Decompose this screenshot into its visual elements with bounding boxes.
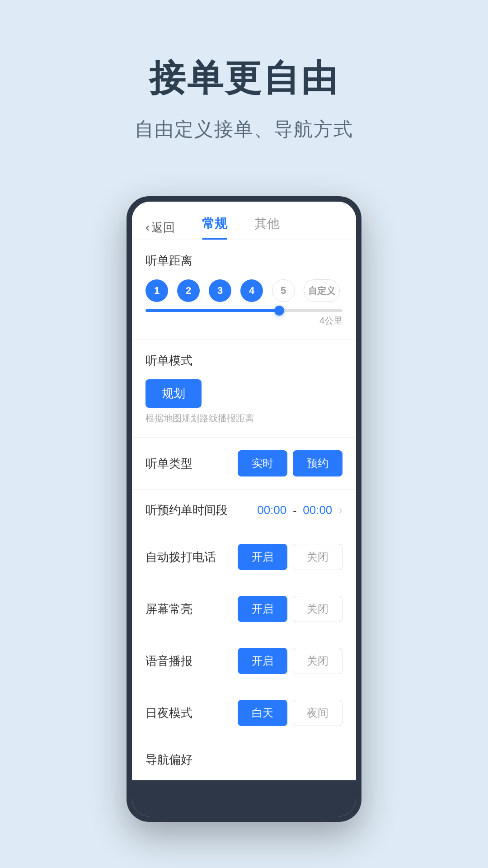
- order-type-toggle-group: 实时 预约: [238, 450, 343, 476]
- time-section[interactable]: 听预约单时间段 00:00 - 00:00 ›: [132, 490, 356, 531]
- screen-on-section: 屏幕常亮 开启 关闭: [132, 583, 356, 635]
- voice-toggle-group: 开启 关闭: [238, 648, 343, 674]
- page-subtitle: 自由定义接单、导航方式: [0, 117, 488, 142]
- auto-call-section: 自动拨打电话 开启 关闭: [132, 531, 356, 583]
- mode-hint: 根据地图规划路线播报距离: [145, 412, 343, 425]
- order-type-label: 听单类型: [145, 456, 192, 472]
- slider-thumb[interactable]: [274, 306, 284, 316]
- nav-pref-section[interactable]: 导航偏好: [132, 739, 356, 780]
- voice-off-btn[interactable]: 关闭: [293, 648, 343, 674]
- mode-title: 听单模式: [145, 353, 343, 368]
- screen-on-label: 屏幕常亮: [145, 601, 192, 617]
- voice-label: 语音播报: [145, 653, 192, 669]
- mode-section: 听单模式 规划 根据地图规划路线播报距离: [132, 340, 356, 438]
- slider-track: [145, 309, 343, 312]
- tab-other[interactable]: 其他: [254, 215, 280, 240]
- time-value[interactable]: 00:00 - 00:00 ›: [257, 503, 343, 517]
- slider-value-label: 4公里: [145, 315, 343, 327]
- distance-btn-3[interactable]: 3: [209, 279, 231, 302]
- day-night-toggle-group: 白天 夜间: [238, 700, 343, 726]
- order-type-realtime-btn[interactable]: 实时: [238, 450, 287, 476]
- day-night-label: 日夜模式: [145, 705, 192, 721]
- phone-bottom-bar: [132, 780, 356, 816]
- nav-pref-label: 导航偏好: [145, 752, 192, 768]
- distance-btn-1[interactable]: 1: [145, 279, 168, 302]
- auto-call-off-btn[interactable]: 关闭: [293, 544, 343, 570]
- nav-tabs: 常规 其他: [175, 215, 306, 240]
- auto-call-on-btn[interactable]: 开启: [238, 544, 287, 570]
- screen-on-on-btn[interactable]: 开启: [238, 596, 287, 622]
- time-start: 00:00: [257, 503, 286, 517]
- phone-frame: ‹ 返回 常规 其他 听单距离: [127, 196, 361, 822]
- phone-mockup: ‹ 返回 常规 其他 听单距离: [127, 196, 361, 822]
- time-label: 听预约单时间段: [145, 502, 228, 518]
- screen-on-toggle-group: 开启 关闭: [238, 596, 343, 622]
- time-chevron-icon: ›: [338, 503, 343, 517]
- time-separator: -: [293, 504, 296, 517]
- order-type-section: 听单类型 实时 预约: [132, 438, 356, 490]
- distance-section: 听单距离 1 2 3 4 5 自定义: [132, 240, 356, 340]
- slider-fill: [145, 309, 279, 312]
- mode-btn-plan[interactable]: 规划: [145, 379, 202, 408]
- day-night-night-btn[interactable]: 夜间: [293, 700, 343, 726]
- day-night-day-btn[interactable]: 白天: [238, 700, 287, 726]
- distance-btn-custom[interactable]: 自定义: [304, 279, 340, 302]
- distance-slider[interactable]: [145, 309, 343, 312]
- distance-btn-5[interactable]: 5: [272, 279, 295, 302]
- distance-options: 1 2 3 4 5 自定义: [145, 279, 343, 302]
- voice-section: 语音播报 开启 关闭: [132, 635, 356, 687]
- page-header: 接单更自由 自由定义接单、导航方式: [0, 0, 488, 169]
- distance-btn-2[interactable]: 2: [177, 279, 200, 302]
- nav-back-button[interactable]: ‹ 返回: [145, 220, 175, 236]
- nav-bar: ‹ 返回 常规 其他: [132, 202, 356, 240]
- order-type-schedule-btn[interactable]: 预约: [293, 450, 343, 476]
- time-end: 00:00: [303, 503, 332, 517]
- screen-on-off-btn[interactable]: 关闭: [293, 596, 343, 622]
- nav-back-label: 返回: [151, 220, 175, 236]
- auto-call-toggle-group: 开启 关闭: [238, 544, 343, 570]
- auto-call-label: 自动拨打电话: [145, 549, 216, 565]
- page-title: 接单更自由: [0, 54, 488, 103]
- day-night-section: 日夜模式 白天 夜间: [132, 687, 356, 739]
- chevron-left-icon: ‹: [145, 220, 150, 235]
- distance-btn-4[interactable]: 4: [240, 279, 263, 302]
- tab-normal[interactable]: 常规: [202, 215, 227, 240]
- phone-screen: ‹ 返回 常规 其他 听单距离: [132, 202, 356, 816]
- voice-on-btn[interactable]: 开启: [238, 648, 287, 674]
- distance-title: 听单距离: [145, 253, 343, 269]
